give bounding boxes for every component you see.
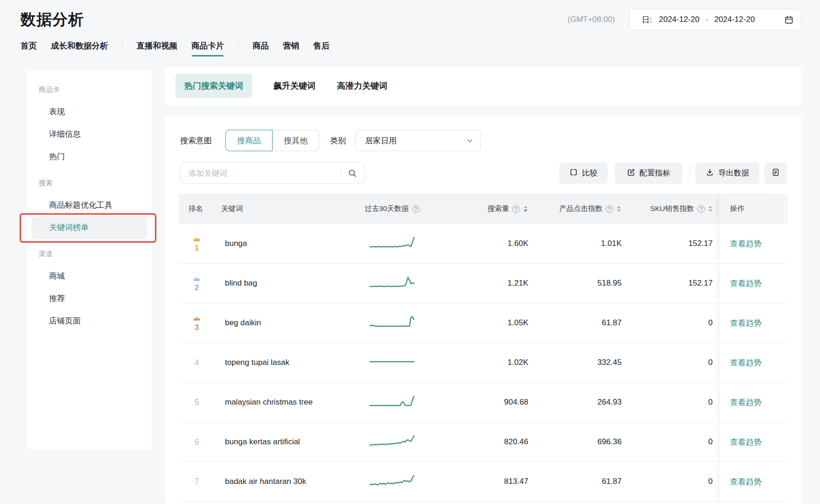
tab-hot-search-keywords[interactable]: 热门搜索关键词	[175, 74, 252, 98]
category-label: 类别	[330, 135, 346, 146]
sidebar-item[interactable]: 关键词榜单	[31, 217, 147, 239]
nav-item[interactable]: 商品	[252, 40, 269, 51]
click-index-cell: 61.87	[532, 303, 625, 343]
page-title: 数据分析	[21, 9, 84, 30]
sidebar: 商品卡表现详细信息热门搜索商品标题优化工具关键词榜单渠道商城推荐店铺页面	[27, 70, 152, 449]
sidebar-item[interactable]: 热门	[27, 146, 152, 168]
action-cell: 查看趋势	[719, 224, 788, 263]
keyword-search-input[interactable]	[181, 168, 341, 178]
tab-high-potential-keywords[interactable]: 高潜力关键词	[337, 80, 387, 91]
sidebar-item[interactable]: 店铺页面	[27, 310, 152, 332]
column-header-search_volume[interactable]: 搜索量?	[462, 194, 532, 224]
keyword-cell: malaysian christmas tree	[215, 383, 322, 422]
keyword-tabs-card: 热门搜索关键词 飙升关键词 高潜力关键词	[165, 67, 802, 105]
sidebar-section-gap	[27, 239, 152, 243]
keyword-cell: topeng tupai lasak	[215, 343, 322, 382]
filter-row: 搜索意图 搜商品 搜其他 类别 居家日用	[180, 130, 481, 151]
configure-metrics-button[interactable]: 配置指标	[615, 162, 682, 184]
search-volume-cell: 1.05K	[462, 303, 532, 343]
export-data-label: 导出数据	[718, 168, 749, 178]
table-row: 5 malaysian christmas tree 904.68 264.93…	[179, 383, 788, 422]
keyword-cell: badak air hantaran 30k	[215, 462, 322, 501]
nav-item[interactable]: 营销	[283, 40, 299, 51]
view-trend-link[interactable]: 查看趋势	[730, 318, 762, 329]
sidebar-item[interactable]: 推荐	[27, 287, 152, 310]
nav-item[interactable]: 商品卡片	[191, 40, 224, 51]
trend-sparkline	[369, 433, 415, 452]
rank-number: 5	[195, 398, 199, 407]
column-header-click_index[interactable]: 产品点击指数?	[532, 194, 625, 224]
sku-sales-index-cell: 0	[625, 343, 719, 382]
search-volume-cell: 904.68	[462, 383, 532, 422]
keyword-search-box[interactable]	[180, 162, 364, 184]
sidebar-section-label: 搜索	[27, 172, 152, 194]
download-icon	[706, 168, 714, 178]
calendar-icon[interactable]	[785, 15, 793, 24]
sidebar-item[interactable]: 商城	[27, 265, 152, 287]
compare-label: 比较	[582, 168, 597, 178]
trend-sparkline	[369, 274, 415, 293]
report-button[interactable]	[764, 162, 787, 184]
column-header-keyword: 关键词	[215, 194, 322, 224]
table-row: 3 beg daikin 1.05K 61.87 0 查看趋势	[179, 303, 788, 343]
date-separator: -	[706, 15, 708, 24]
rank-number: 6	[195, 437, 199, 447]
help-icon[interactable]: ?	[697, 205, 705, 213]
segment-search-others[interactable]: 搜其他	[273, 130, 319, 151]
toolbar-divider	[689, 166, 690, 181]
rank-medal-silver: 2	[193, 275, 201, 292]
search-intent-segmented-control: 搜商品 搜其他	[225, 130, 319, 151]
column-label: 产品点击指数	[559, 204, 603, 214]
help-icon[interactable]: ?	[606, 205, 613, 213]
search-volume-cell: 1.60K	[462, 224, 532, 263]
column-label: SKU销售指数	[650, 204, 694, 214]
action-cell: 查看趋势	[719, 264, 788, 303]
date-end[interactable]: 2024-12-20	[714, 15, 755, 24]
configure-metrics-label: 配置指标	[639, 168, 670, 178]
sort-control[interactable]	[524, 206, 527, 212]
nav-item[interactable]: 直播和视频	[137, 40, 178, 51]
search-icon[interactable]	[348, 169, 357, 178]
category-select[interactable]: 居家日用	[355, 130, 481, 151]
sidebar-item[interactable]: 表现	[27, 101, 152, 123]
rank-cell: 3	[179, 303, 215, 343]
nav-item[interactable]: 成长和数据分析	[51, 40, 108, 51]
sidebar-item[interactable]: 详细信息	[27, 123, 152, 146]
nav-item[interactable]: 售后	[313, 40, 329, 51]
sidebar-item[interactable]: 商品标题优化工具	[27, 194, 152, 217]
view-trend-link[interactable]: 查看趋势	[730, 238, 762, 249]
nav-item[interactable]: 首页	[21, 40, 37, 51]
help-icon[interactable]: ?	[512, 205, 520, 213]
table-row: 1 bunga 1.60K 1.01K 152.17 查看趋势	[179, 224, 788, 264]
help-icon[interactable]: ?	[412, 205, 420, 213]
sort-control[interactable]	[708, 206, 712, 212]
rank-number: 2	[195, 284, 199, 292]
keyword-cell: bunga kertas artificial	[215, 422, 322, 462]
date-start[interactable]: 2024-12-20	[659, 15, 700, 24]
column-label: 排名	[189, 204, 203, 214]
date-range-picker[interactable]: 日: 2024-12-20 - 2024-12-20	[629, 9, 801, 30]
view-trend-link[interactable]: 查看趋势	[730, 437, 762, 448]
segment-search-products[interactable]: 搜商品	[225, 130, 273, 151]
compare-button[interactable]: 比较	[559, 162, 608, 184]
view-trend-link[interactable]: 查看趋势	[730, 397, 762, 408]
trend-sparkline	[369, 353, 415, 372]
nav-divider	[122, 42, 123, 50]
view-trend-link[interactable]: 查看趋势	[730, 357, 762, 368]
keyword-ranking-table: 排名关键词过去30天数据?搜索量?产品点击指数?SKU销售指数?操作 1 bun…	[179, 194, 788, 502]
report-icon	[771, 168, 780, 178]
trend-sparkline-cell	[322, 422, 462, 462]
keyword-cell: beg daikin	[215, 303, 322, 343]
sort-control[interactable]	[617, 206, 621, 212]
export-data-button[interactable]: 导出数据	[695, 162, 759, 184]
column-label: 关键词	[221, 204, 243, 214]
click-index-cell: 696.36	[532, 422, 625, 462]
view-trend-link[interactable]: 查看趋势	[730, 476, 762, 487]
tab-rising-keywords[interactable]: 飙升关键词	[273, 80, 315, 91]
rank-cell: 2	[179, 264, 215, 303]
crown-icon	[193, 275, 201, 283]
rank-medal-gold: 1	[193, 235, 201, 252]
view-trend-link[interactable]: 查看趋势	[730, 278, 762, 289]
column-label: 过去30天数据	[364, 204, 409, 214]
column-header-sku_sales_index[interactable]: SKU销售指数?	[625, 194, 719, 224]
